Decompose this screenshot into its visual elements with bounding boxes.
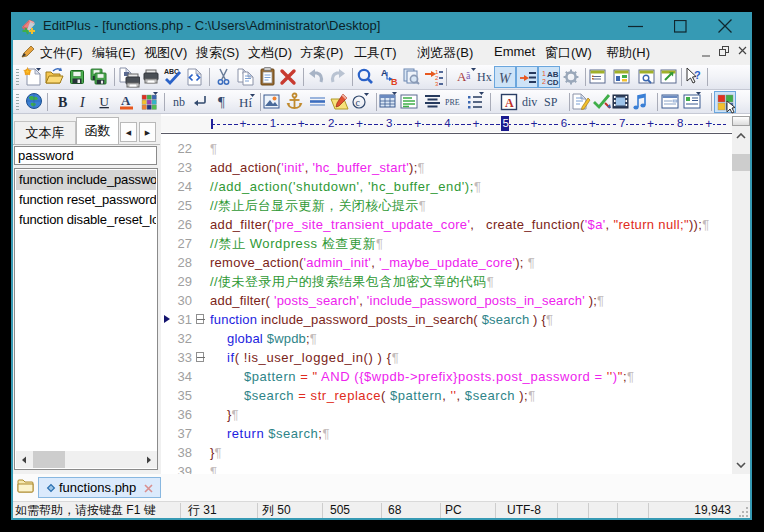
svg-text:U: U <box>100 94 110 109</box>
svg-text:SP: SP <box>544 95 558 109</box>
svg-text:CD: CD <box>547 78 559 87</box>
svg-text:3: 3 <box>435 81 439 87</box>
svg-text:ã: ã <box>466 70 471 81</box>
svg-text:B: B <box>391 77 398 87</box>
svg-text:B: B <box>58 95 67 110</box>
svg-text:Hx: Hx <box>477 70 492 84</box>
svg-text:A: A <box>121 93 131 108</box>
svg-text:¶: ¶ <box>218 94 225 110</box>
svg-text:I: I <box>79 95 86 110</box>
svg-text:1: 1 <box>542 70 546 77</box>
svg-text:PRE: PRE <box>445 98 460 107</box>
svg-text:A: A <box>505 96 514 110</box>
svg-text:div: div <box>522 95 537 109</box>
svg-text:nb: nb <box>173 95 185 109</box>
svg-text:c: c <box>356 97 361 108</box>
svg-text:2: 2 <box>542 78 546 85</box>
svg-text:?: ? <box>694 69 701 81</box>
svg-text:Hí: Hí <box>239 95 252 110</box>
svg-text:W: W <box>499 71 512 86</box>
